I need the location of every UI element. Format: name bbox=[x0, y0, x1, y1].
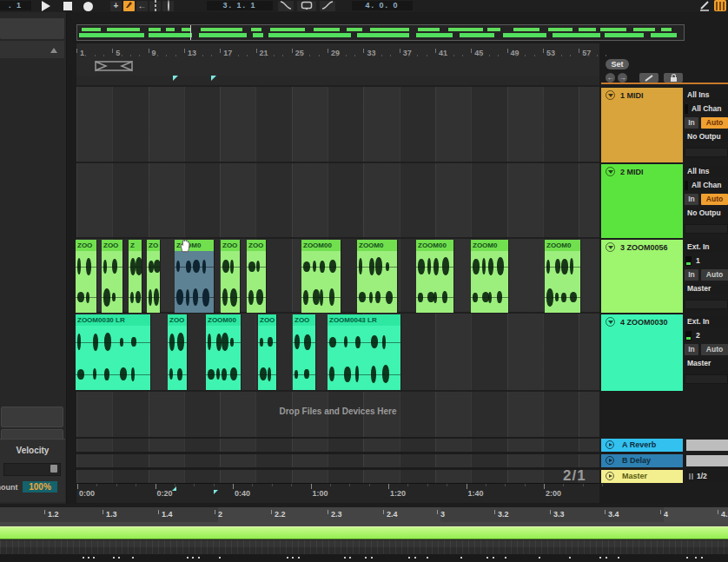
clip-title-bar[interactable]: ZOO bbox=[102, 240, 122, 251]
clip-waveform-area[interactable] bbox=[247, 251, 266, 313]
input-channel-chooser[interactable]: 1 bbox=[693, 255, 728, 267]
clip-waveform-area[interactable] bbox=[545, 251, 580, 313]
audio-clip[interactable]: ZOO bbox=[258, 314, 277, 390]
follow-icon[interactable] bbox=[162, 1, 174, 11]
track-header-3[interactable]: 3 ZOOM0056 bbox=[601, 240, 683, 313]
clip-waveform-area[interactable] bbox=[76, 251, 96, 313]
link-button[interactable] bbox=[639, 73, 659, 83]
empty-device-slot[interactable] bbox=[685, 374, 728, 384]
loop-button[interactable] bbox=[297, 1, 316, 11]
clip-title-bar[interactable]: ZOO bbox=[258, 314, 276, 326]
unfold-icon[interactable] bbox=[606, 90, 615, 100]
clip-beat-ruler[interactable]: 1.21.31.422.22.32.433.23.33.444.2 bbox=[0, 507, 728, 522]
back-arrow-icon[interactable]: ← bbox=[136, 1, 148, 11]
monitor-auto-button[interactable]: Auto bbox=[701, 117, 728, 129]
browser-panel[interactable] bbox=[0, 12, 67, 504]
track-lane-1[interactable] bbox=[76, 87, 599, 163]
master-lane[interactable] bbox=[76, 470, 599, 483]
output-chooser[interactable]: No Outpu bbox=[685, 208, 728, 219]
audio-clip[interactable]: ZOOM00 bbox=[301, 240, 341, 313]
draw-mode-button[interactable] bbox=[123, 1, 135, 11]
clip-title-bar[interactable]: ZOO bbox=[168, 314, 187, 326]
browser-header-box[interactable] bbox=[0, 18, 64, 39]
clip-title-bar[interactable]: ZO bbox=[147, 240, 160, 251]
clip-waveform-area[interactable] bbox=[221, 251, 240, 313]
monitor-auto-button[interactable]: Auto bbox=[701, 344, 728, 355]
audio-clip[interactable]: ZOOM0030 LR bbox=[76, 314, 151, 390]
audio-clip[interactable]: ZOOM0 bbox=[471, 240, 509, 313]
clip-title-bar[interactable]: ZOOM0030 LR bbox=[76, 314, 150, 326]
clip-title-bar[interactable]: ZOOM0 bbox=[357, 240, 397, 251]
return-header-b-delay[interactable]: B Delay bbox=[601, 454, 683, 467]
loop-length-display[interactable]: 4. 0. 0 bbox=[352, 1, 413, 10]
clip-title-bar[interactable]: ZOOM0 bbox=[471, 240, 508, 251]
audio-clip[interactable]: ZOO bbox=[102, 240, 123, 313]
clip-waveform-area[interactable] bbox=[258, 326, 276, 390]
draw-automation-button[interactable] bbox=[698, 1, 711, 11]
clip-waveform-area[interactable] bbox=[147, 251, 160, 313]
browser-scroll-row[interactable] bbox=[0, 41, 64, 58]
clip-waveform-area[interactable] bbox=[293, 326, 315, 390]
audio-clip[interactable]: ZOOM00 bbox=[416, 240, 454, 313]
monitor-in-button[interactable]: In bbox=[685, 269, 698, 281]
monitor-auto-button[interactable]: Auto bbox=[701, 194, 728, 205]
clip-waveform-area[interactable] bbox=[168, 326, 187, 390]
input-type-chooser[interactable]: Ext. In bbox=[685, 316, 728, 327]
clip-title-bar[interactable]: ZOOM00 bbox=[206, 314, 241, 326]
clip-grid-row-1[interactable] bbox=[0, 540, 728, 547]
clip-waveform-area[interactable] bbox=[129, 251, 142, 313]
play-button[interactable] bbox=[38, 0, 54, 12]
audio-clip[interactable]: ZOO bbox=[221, 240, 241, 313]
master-output-chooser[interactable]: 1/2 bbox=[686, 471, 728, 482]
track-lane-2[interactable] bbox=[76, 163, 599, 239]
clip-title-bar[interactable]: ZOOM00 bbox=[301, 240, 341, 251]
input-type-chooser[interactable]: All Ins bbox=[685, 89, 728, 101]
monitor-in-button[interactable]: In bbox=[685, 194, 698, 205]
return-lane-a[interactable] bbox=[76, 439, 599, 452]
empty-device-slot[interactable] bbox=[685, 224, 728, 234]
input-type-chooser[interactable]: All Ins bbox=[685, 166, 728, 177]
monitor-in-button[interactable]: In bbox=[685, 344, 698, 355]
scroll-up-icon[interactable] bbox=[50, 48, 57, 53]
next-marker-button[interactable]: → bbox=[618, 73, 627, 83]
track-header-4[interactable]: 4 ZOOM0030 bbox=[601, 314, 683, 391]
audio-clip[interactable]: ZOO bbox=[76, 240, 97, 313]
clip-title-bar[interactable]: ZOOM0 bbox=[545, 240, 580, 251]
selection-box-icon[interactable] bbox=[149, 1, 161, 11]
input-channel-chooser[interactable]: 2 bbox=[693, 330, 728, 341]
beat-time-ruler[interactable]: 159131721252933374145495357 bbox=[76, 43, 599, 76]
computer-midi-keyboard-button[interactable] bbox=[714, 0, 726, 11]
prev-marker-button[interactable]: ← bbox=[606, 73, 615, 83]
audio-clip[interactable]: ZOO bbox=[293, 314, 316, 390]
clip-waveform-area[interactable] bbox=[76, 326, 150, 390]
device-slot-1[interactable] bbox=[1, 407, 63, 427]
clip-waveform-area[interactable] bbox=[416, 251, 453, 313]
return-header-a-reverb[interactable]: A Reverb bbox=[601, 439, 683, 452]
unfold-icon[interactable] bbox=[606, 317, 615, 327]
slider-handle[interactable] bbox=[50, 465, 57, 473]
punch-out-button[interactable] bbox=[320, 1, 335, 11]
return-output-box[interactable] bbox=[686, 440, 728, 451]
audio-clip[interactable]: ZOOM0 bbox=[357, 240, 398, 313]
clip-title-bar[interactable]: ZOO bbox=[221, 240, 240, 251]
unfold-icon[interactable] bbox=[606, 242, 615, 252]
clip-note-bar[interactable] bbox=[0, 526, 728, 539]
plus-icon[interactable]: + bbox=[110, 1, 122, 11]
output-chooser[interactable]: Master bbox=[685, 358, 728, 369]
clip-title-bar[interactable]: ZOOM0043 LR bbox=[328, 314, 400, 326]
time-ruler[interactable]: 0:000:200:401:001:201:402:00 bbox=[76, 483, 599, 503]
return-lane-b[interactable] bbox=[76, 454, 599, 467]
song-position-display[interactable]: 3. 1. 1 bbox=[207, 1, 273, 10]
velocity-slider[interactable] bbox=[3, 463, 61, 476]
empty-device-slot[interactable] bbox=[685, 148, 728, 157]
input-type-chooser[interactable]: Ext. In bbox=[685, 241, 728, 253]
track-header-1[interactable]: 1 MIDI bbox=[601, 88, 683, 162]
output-chooser[interactable]: Master bbox=[685, 283, 728, 294]
monitor-in-button[interactable]: In bbox=[685, 117, 698, 129]
loop-brace-icon[interactable] bbox=[94, 60, 134, 72]
audio-clip[interactable]: ZOOM00 bbox=[206, 314, 242, 390]
record-button[interactable] bbox=[81, 0, 95, 12]
clip-waveform-area[interactable] bbox=[102, 251, 122, 313]
empty-device-slot[interactable] bbox=[685, 300, 728, 309]
lock-button[interactable] bbox=[664, 73, 683, 83]
